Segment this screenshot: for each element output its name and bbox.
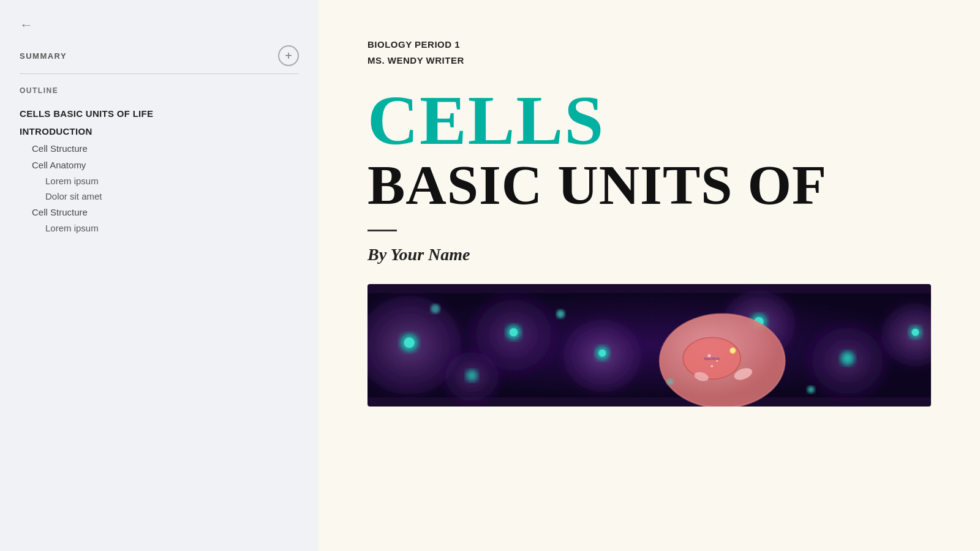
svg-point-13 (598, 349, 606, 356)
outline-items: CELLS BASIC UNITS OF LIFE INTRODUCTION C… (0, 105, 318, 236)
outline-item-cell-anatomy[interactable]: Cell Anatomy (20, 157, 299, 173)
byline: BIOLOGY PERIOD 1 MS. WENDY WRITER (368, 37, 931, 68)
summary-row: SUMMARY + (0, 45, 318, 73)
svg-point-14 (466, 369, 478, 381)
by-author: By Your Name (368, 245, 931, 264)
add-button[interactable]: + (278, 45, 299, 66)
cell-image: nucleus (368, 284, 931, 407)
svg-point-30 (710, 365, 713, 367)
svg-point-27 (731, 348, 735, 353)
title-cells: CELLS (368, 85, 931, 156)
back-button[interactable]: ← (0, 0, 318, 45)
outline-item-lorem-ipsum-1[interactable]: Lorem ipsum (20, 173, 299, 189)
byline-line2: MS. WENDY WRITER (368, 53, 931, 69)
outline-item-lorem-ipsum-2[interactable]: Lorem ipsum (20, 220, 299, 236)
page-content: BIOLOGY PERIOD 1 MS. WENDY WRITER CELLS … (318, 0, 980, 407)
outline-item-introduction[interactable]: INTRODUCTION (20, 122, 299, 140)
outline-item-cell-structure-1[interactable]: Cell Structure (20, 140, 299, 157)
sidebar: ← SUMMARY + OUTLINE CELLS BASIC UNITS OF… (0, 0, 318, 551)
svg-point-9 (404, 337, 415, 348)
main-content: BIOLOGY PERIOD 1 MS. WENDY WRITER CELLS … (318, 0, 980, 551)
outline-item-cells-basic[interactable]: CELLS BASIC UNITS OF LIFE (20, 105, 299, 122)
back-arrow-icon: ← (20, 17, 33, 32)
title-basic-units: BASIC UNITS OF (368, 156, 931, 215)
cell-illustration: nucleus (368, 284, 931, 407)
svg-text:nucleus: nucleus (704, 356, 720, 360)
outline-label: OUTLINE (0, 86, 318, 105)
svg-point-11 (510, 328, 518, 336)
outline-item-cell-structure-2[interactable]: Cell Structure (20, 204, 299, 220)
title-divider (368, 230, 397, 231)
byline-line1: BIOLOGY PERIOD 1 (368, 37, 931, 53)
svg-point-17 (840, 351, 855, 365)
svg-point-19 (911, 328, 919, 335)
svg-point-32 (556, 310, 565, 318)
summary-label: SUMMARY (20, 51, 67, 61)
svg-point-34 (807, 386, 815, 393)
outline-item-dolor-sit-amet[interactable]: Dolor sit amet (20, 189, 299, 204)
svg-point-33 (667, 378, 673, 384)
sidebar-divider (20, 73, 299, 74)
svg-point-35 (431, 304, 440, 313)
